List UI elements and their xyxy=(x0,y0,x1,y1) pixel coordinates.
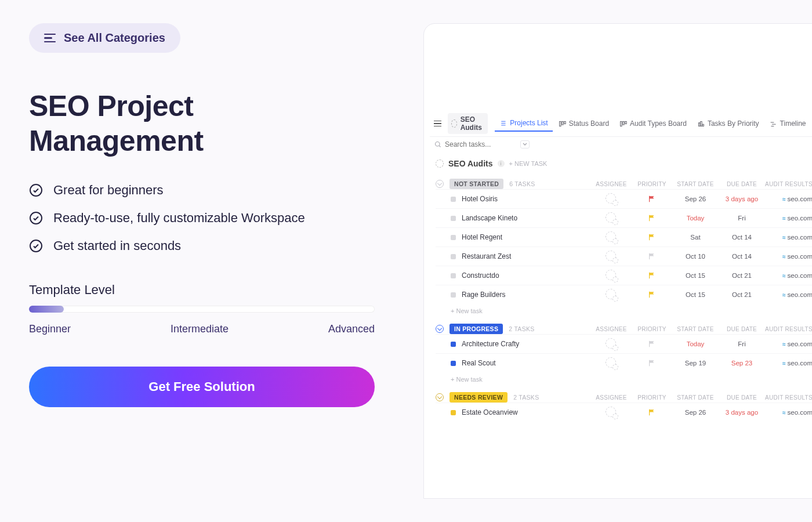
group-toggle-icon[interactable] xyxy=(436,180,444,188)
start-date[interactable]: Oct 10 xyxy=(672,253,719,260)
priority-flag-icon[interactable] xyxy=(632,359,672,367)
workspace-chip[interactable]: SEO Audits xyxy=(448,113,488,134)
audit-results-link[interactable]: ≈seo.com xyxy=(765,272,812,279)
assignee-icon[interactable] xyxy=(606,212,617,224)
priority-flag-icon[interactable] xyxy=(632,214,672,222)
priority-flag-icon[interactable] xyxy=(632,271,672,280)
group-count: 2 TASKS xyxy=(509,325,534,332)
task-row[interactable]: Estate Oceanview Sep 26 3 days ago ≈seo.… xyxy=(436,403,812,422)
start-date[interactable]: Sat xyxy=(672,234,719,241)
svg-point-9 xyxy=(436,142,440,147)
level-labels: Beginner Intermediate Advanced xyxy=(29,323,375,335)
task-row[interactable]: Hotel Regent Sat Oct 14 ≈seo.com xyxy=(436,227,812,246)
priority-flag-icon[interactable] xyxy=(632,408,672,416)
assignee-icon[interactable] xyxy=(606,251,617,262)
task-row[interactable]: Constructdo Oct 15 Oct 21 ≈seo.com xyxy=(436,266,812,285)
get-free-solution-button[interactable]: Get Free Solution xyxy=(29,367,375,407)
start-date[interactable]: Oct 15 xyxy=(672,291,719,298)
group-count: 6 TASKS xyxy=(509,180,535,187)
status-square-icon xyxy=(451,410,456,415)
task-name: Architecture Crafty xyxy=(462,340,591,348)
group-badge[interactable]: NOT STARTED xyxy=(449,179,503,189)
workspace-title: SEO Audits xyxy=(461,115,485,132)
section-title: SEO Audits xyxy=(448,159,493,168)
due-date[interactable]: Oct 14 xyxy=(719,234,765,241)
audit-results-link[interactable]: ≈seo.com xyxy=(765,291,812,298)
search-dropdown-button[interactable] xyxy=(520,140,530,148)
target-icon xyxy=(436,160,444,168)
group-badge[interactable]: IN PROGRESS xyxy=(449,324,503,334)
start-date[interactable]: Today xyxy=(672,340,719,347)
start-date[interactable]: Oct 15 xyxy=(672,272,719,279)
check-circle-icon xyxy=(29,183,43,197)
due-date[interactable]: Fri xyxy=(719,340,765,347)
task-name: Estate Oceanview xyxy=(462,408,591,416)
tab-projects-list[interactable]: Projects List xyxy=(495,115,552,132)
task-row[interactable]: Rage Builders Oct 15 Oct 21 ≈seo.com xyxy=(436,285,812,304)
svg-rect-7 xyxy=(623,121,624,125)
due-date[interactable]: Sep 23 xyxy=(719,360,765,367)
audit-results-link[interactable]: ≈seo.com xyxy=(765,234,812,241)
priority-flag-icon[interactable] xyxy=(632,252,672,260)
check-circle-icon xyxy=(29,239,43,253)
task-row[interactable]: Restaurant Zest Oct 10 Oct 14 ≈seo.com xyxy=(436,246,812,266)
target-icon xyxy=(451,119,457,128)
task-row[interactable]: Landscape Kineto Today Fri ≈seo.com xyxy=(436,208,812,227)
assignee-icon[interactable] xyxy=(606,338,617,350)
info-icon[interactable]: i xyxy=(498,160,505,167)
assignee-icon[interactable] xyxy=(606,270,617,281)
due-date[interactable]: 3 days ago xyxy=(719,195,765,202)
task-name: Restaurant Zest xyxy=(462,252,591,260)
check-circle-icon xyxy=(29,211,43,225)
tab-status-board[interactable]: Status Board xyxy=(554,116,614,131)
audit-results-link[interactable]: ≈seo.com xyxy=(765,195,812,202)
due-date[interactable]: Fri xyxy=(719,215,765,222)
task-row[interactable]: Hotel Osiris Sep 26 3 days ago ≈seo.com xyxy=(436,189,812,208)
due-date[interactable]: Oct 14 xyxy=(719,253,765,260)
audit-results-link[interactable]: ≈seo.com xyxy=(765,340,812,347)
tab-timeline[interactable]: Timeline xyxy=(765,116,811,131)
svg-rect-4 xyxy=(561,121,563,125)
audit-results-link[interactable]: ≈seo.com xyxy=(765,409,812,416)
status-square-icon xyxy=(451,361,456,366)
group-toggle-icon[interactable] xyxy=(436,393,444,401)
new-task-button-top[interactable]: + NEW TASK xyxy=(509,160,548,167)
due-date[interactable]: 3 days ago xyxy=(719,409,765,416)
audit-results-link[interactable]: ≈seo.com xyxy=(765,360,812,367)
new-task-row[interactable]: + New task xyxy=(436,372,812,386)
search-input[interactable] xyxy=(445,140,514,148)
start-date[interactable]: Sep 26 xyxy=(672,409,719,416)
due-date[interactable]: Oct 21 xyxy=(719,291,765,298)
tab-tasks-priority[interactable]: Tasks By Priority xyxy=(693,116,764,131)
see-all-categories-button[interactable]: See All Categories xyxy=(29,23,180,53)
assignee-icon[interactable] xyxy=(606,231,617,243)
status-square-icon xyxy=(451,216,456,221)
audit-results-link[interactable]: ≈seo.com xyxy=(765,215,812,222)
assignee-icon[interactable] xyxy=(606,407,617,418)
assignee-icon[interactable] xyxy=(606,193,617,205)
svg-rect-5 xyxy=(564,121,565,124)
tab-audit-types[interactable]: Audit Types Board xyxy=(615,116,691,131)
group-toggle-icon[interactable] xyxy=(436,325,444,333)
task-row[interactable]: Architecture Crafty Today Fri ≈seo.com xyxy=(436,334,812,353)
start-date[interactable]: Today xyxy=(672,215,719,222)
status-square-icon xyxy=(451,197,456,202)
page-title: SEO Project Management xyxy=(29,89,394,158)
priority-flag-icon[interactable] xyxy=(632,291,672,299)
chevron-down-icon xyxy=(523,143,527,146)
start-date[interactable]: Sep 26 xyxy=(672,195,719,202)
new-task-row[interactable]: + New task xyxy=(436,304,812,318)
start-date[interactable]: Sep 19 xyxy=(672,360,719,367)
priority-flag-icon[interactable] xyxy=(632,233,672,241)
priority-flag-icon[interactable] xyxy=(632,195,672,203)
due-date[interactable]: Oct 21 xyxy=(719,272,765,279)
priority-flag-icon[interactable] xyxy=(632,340,672,348)
group-badge[interactable]: NEEDS REVIEW xyxy=(449,392,507,403)
status-square-icon xyxy=(451,273,456,278)
assignee-icon[interactable] xyxy=(606,289,617,300)
audit-results-link[interactable]: ≈seo.com xyxy=(765,253,812,260)
menu-icon[interactable] xyxy=(432,119,443,129)
task-row[interactable]: Real Scout Sep 19 Sep 23 ≈seo.com xyxy=(436,353,812,372)
group-in_progress: IN PROGRESS 2 TASKS ASSIGNEE PRIORITY ST… xyxy=(436,324,812,386)
assignee-icon[interactable] xyxy=(606,357,617,369)
